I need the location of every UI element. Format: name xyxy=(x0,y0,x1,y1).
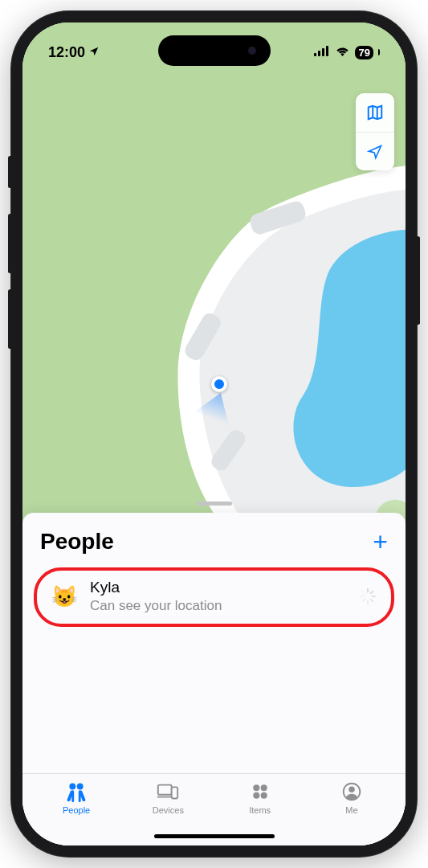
tab-items[interactable]: Items xyxy=(214,780,306,815)
status-time: 12:00 xyxy=(48,44,85,61)
svg-line-12 xyxy=(371,600,373,602)
svg-point-27 xyxy=(349,786,355,792)
dynamic-island xyxy=(158,35,271,66)
svg-rect-1 xyxy=(318,51,320,56)
map-view[interactable] xyxy=(22,23,406,525)
sheet-grabber[interactable] xyxy=(197,502,232,506)
tab-devices[interactable]: Devices xyxy=(122,780,214,815)
svg-rect-0 xyxy=(314,53,316,56)
svg-point-25 xyxy=(260,792,267,799)
svg-line-10 xyxy=(371,592,373,594)
svg-line-14 xyxy=(363,600,365,602)
person-text: Kyla Can see your location xyxy=(90,579,346,614)
svg-line-16 xyxy=(363,592,365,594)
map-controls xyxy=(356,93,394,170)
side-button xyxy=(416,236,420,325)
current-location-dot xyxy=(211,376,227,392)
person-name: Kyla xyxy=(90,579,346,596)
sheet-header: People + xyxy=(22,513,406,561)
recenter-button[interactable] xyxy=(356,132,394,170)
svg-point-18 xyxy=(77,784,84,790)
battery-percentage: 79 xyxy=(359,47,370,59)
tab-me[interactable]: Me xyxy=(306,780,397,815)
add-person-button[interactable]: + xyxy=(373,529,388,555)
svg-point-23 xyxy=(260,784,267,791)
cellular-signal-icon xyxy=(314,45,330,59)
svg-point-22 xyxy=(253,784,259,791)
people-sheet[interactable]: People + 😺 Kyla Can see your location xyxy=(22,513,406,845)
volume-down-button xyxy=(8,289,12,349)
svg-rect-21 xyxy=(172,787,178,798)
items-icon xyxy=(248,780,272,803)
wifi-icon xyxy=(335,45,350,59)
phone-frame: 12:00 xyxy=(11,11,417,857)
volume-up-button xyxy=(8,214,12,273)
battery-cap-icon xyxy=(378,49,380,55)
screen: 12:00 xyxy=(22,23,406,845)
person-row-kyla[interactable]: 😺 Kyla Can see your location xyxy=(34,567,394,627)
svg-rect-3 xyxy=(326,46,328,56)
svg-rect-2 xyxy=(322,48,324,56)
tab-devices-label: Devices xyxy=(153,805,184,815)
tab-people-label: People xyxy=(63,805,90,815)
person-avatar: 😺 xyxy=(51,586,77,607)
me-icon xyxy=(340,780,364,803)
devices-icon xyxy=(156,780,180,803)
loading-spinner-icon xyxy=(359,588,377,605)
person-subtitle: Can see your location xyxy=(90,598,346,614)
svg-rect-19 xyxy=(158,785,172,795)
tab-me-label: Me xyxy=(345,805,357,815)
home-indicator[interactable] xyxy=(154,834,275,838)
sheet-title: People xyxy=(40,529,114,555)
map-mode-button[interactable] xyxy=(356,93,394,132)
battery-indicator: 79 xyxy=(355,46,373,59)
tab-items-label: Items xyxy=(249,805,271,815)
svg-point-17 xyxy=(70,784,76,790)
svg-point-24 xyxy=(253,792,259,799)
tab-people[interactable]: People xyxy=(31,780,122,815)
people-icon xyxy=(64,780,88,803)
location-services-icon xyxy=(88,44,100,61)
mute-switch xyxy=(8,156,12,188)
